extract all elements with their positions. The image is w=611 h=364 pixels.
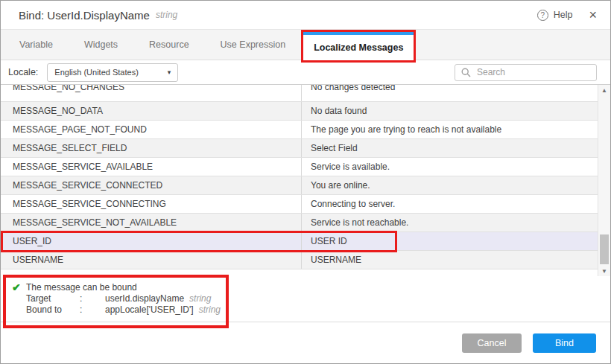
status-row-label: Bound to: [26, 304, 80, 316]
scrollbar-down-icon[interactable]: ▼: [598, 268, 610, 275]
help-button[interactable]: Help: [554, 10, 573, 20]
vertical-scrollbar[interactable]: ▲ ▼: [598, 85, 610, 276]
status-binding-row: Target:userId.displayNamestring: [26, 293, 221, 304]
status-lines: The message can be bound Target:userId.d…: [26, 282, 221, 316]
scrollbar-thumb[interactable]: [600, 234, 609, 264]
message-value: USERNAME: [302, 251, 599, 269]
message-key: USER_ID: [1, 232, 302, 250]
tab-resource[interactable]: Resource: [133, 30, 205, 60]
messages-table: MESSAGE_NO_CHANGESNo changes detectedMES…: [1, 84, 610, 276]
message-value: Select Field: [302, 139, 599, 157]
tab-widgets[interactable]: Widgets: [69, 30, 133, 60]
table-row[interactable]: MESSAGE_SERVICE_CONNECTINGConnecting to …: [1, 195, 599, 214]
message-value: Connecting to server.: [302, 195, 599, 213]
status-message: The message can be bound: [26, 282, 221, 293]
table-row[interactable]: MESSAGE_SELECT_FIELDSelect Field: [1, 139, 599, 158]
annotation-box-active-tab: Localized Messages: [301, 30, 416, 63]
status-binding-row: Bound to:appLocale['USER_ID']string: [26, 304, 221, 316]
tab-bar: VariableWidgetsResourceUse ExpressionLoc…: [1, 29, 610, 60]
search-box[interactable]: [455, 64, 597, 81]
status-row-value: userId.displayName: [105, 293, 184, 304]
message-key: MESSAGE_SERVICE_AVAILABLE: [1, 158, 302, 176]
tab-variable[interactable]: Variable: [4, 30, 69, 60]
locale-label: Locale:: [8, 67, 38, 77]
table-row[interactable]: MESSAGE_SERVICE_AVAILABLEService is avai…: [1, 158, 599, 176]
table-row[interactable]: MESSAGE_SERVICE_CONNECTEDYou are online.: [1, 176, 599, 195]
table-row[interactable]: MESSAGE_NO_CHANGESNo changes detected: [1, 85, 599, 102]
status-row-separator: :: [80, 304, 105, 316]
message-value: USER ID: [302, 232, 599, 250]
chevron-down-icon: ▾: [168, 68, 171, 76]
message-key: MESSAGE_NO_CHANGES: [1, 85, 302, 101]
message-key: USERNAME: [1, 251, 302, 269]
message-value: No changes detected: [302, 85, 599, 101]
bind-dialog: Bind: UserId.DisplayName string ? Help ×…: [0, 0, 611, 364]
binding-status-panel: ✔ The message can be bound Target:userId…: [1, 276, 610, 323]
search-input[interactable]: [475, 66, 590, 78]
message-key: MESSAGE_SERVICE_CONNECTING: [1, 195, 302, 213]
table-row[interactable]: USER_IDUSER ID: [1, 232, 599, 251]
success-check-icon: ✔: [12, 282, 26, 316]
message-value: The page you are trying to reach is not …: [302, 121, 599, 138]
binding-type-label: string: [156, 10, 177, 20]
locale-selected-value: English (United States): [54, 68, 139, 77]
status-row-separator: :: [80, 293, 105, 304]
message-key: MESSAGE_PAGE_NOT_FOUND: [1, 121, 302, 138]
cancel-button[interactable]: Cancel: [462, 333, 522, 353]
header-actions: ? Help ×: [537, 9, 597, 21]
tab-use-expression[interactable]: Use Expression: [205, 30, 302, 60]
table-row[interactable]: MESSAGE_PAGE_NOT_FOUNDThe page you are t…: [1, 121, 599, 139]
table-body: MESSAGE_NO_CHANGESNo changes detectedMES…: [1, 85, 599, 269]
locale-dropdown[interactable]: English (United States) ▾: [47, 63, 178, 82]
close-icon[interactable]: ×: [589, 9, 597, 21]
message-key: MESSAGE_SERVICE_CONNECTED: [1, 176, 302, 194]
dialog-footer: Cancel Bind: [1, 322, 610, 363]
dialog-header: Bind: UserId.DisplayName string ? Help ×: [1, 1, 610, 29]
table-row[interactable]: MESSAGE_SERVICE_NOT_AVAILABLEService is …: [1, 214, 599, 232]
table-row[interactable]: USERNAMEUSERNAME: [1, 251, 599, 269]
message-value: Service is available.: [302, 158, 599, 176]
status-row-type: string: [189, 293, 211, 304]
tab-localized-messages[interactable]: Localized Messages: [303, 32, 414, 60]
toolbar: Locale: English (United States) ▾: [1, 60, 610, 84]
status-row-label: Target: [26, 293, 80, 304]
bind-button[interactable]: Bind: [533, 333, 596, 353]
status-row-value: appLocale['USER_ID']: [105, 304, 194, 316]
message-key: MESSAGE_SERVICE_NOT_AVAILABLE: [1, 214, 302, 232]
scrollbar-up-icon[interactable]: ▲: [598, 87, 610, 94]
help-icon[interactable]: ?: [537, 10, 548, 21]
message-key: MESSAGE_SELECT_FIELD: [1, 139, 302, 157]
page-title: Bind: UserId.DisplayName: [19, 9, 150, 22]
table-row[interactable]: MESSAGE_NO_DATANo data found: [1, 102, 599, 121]
message-key: MESSAGE_NO_DATA: [1, 102, 302, 120]
message-value: No data found: [302, 102, 599, 120]
search-icon: [461, 68, 471, 77]
message-value: Service is not reachable.: [302, 214, 599, 232]
status-row-type: string: [199, 304, 221, 316]
status-content: ✔ The message can be bound Target:userId…: [1, 276, 610, 316]
message-value: You are online.: [302, 176, 599, 194]
